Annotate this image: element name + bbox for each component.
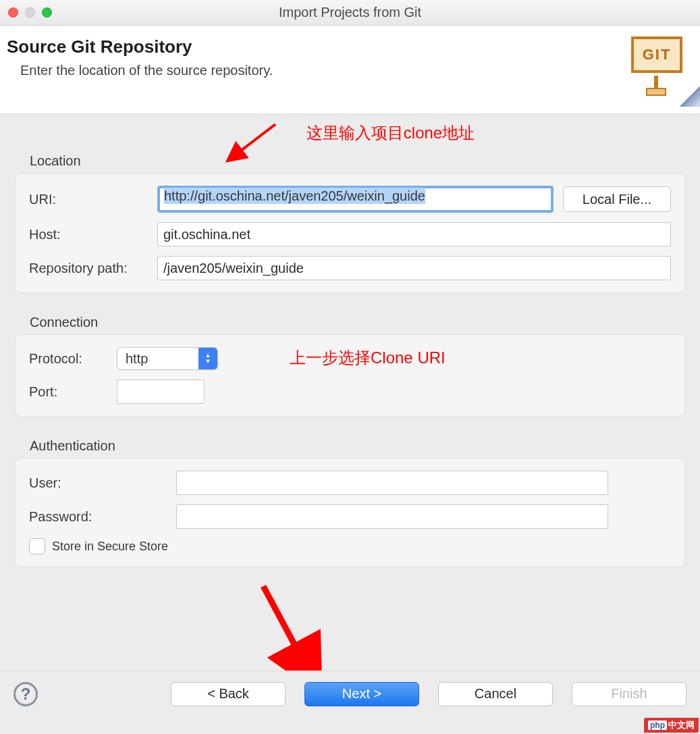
- local-file-button[interactable]: Local File...: [563, 186, 671, 212]
- connection-section-label: Connection: [15, 308, 685, 334]
- help-icon[interactable]: ?: [14, 682, 38, 706]
- next-button[interactable]: Next >: [304, 682, 419, 706]
- svg-line-1: [263, 586, 314, 681]
- authentication-group: User: Password: Store in Secure Store: [15, 458, 685, 567]
- wizard-content: 这里输入项目clone地址 Location 💡 URI: http://git…: [0, 114, 700, 567]
- wizard-footer: ? < Back Next > Cancel Finish: [0, 671, 700, 716]
- finish-button: Finish: [572, 682, 686, 706]
- page-title: Source Git Repository: [7, 36, 273, 57]
- user-label: User:: [29, 475, 97, 491]
- page-subtitle: Enter the location of the source reposit…: [7, 63, 273, 78]
- host-label: Host:: [29, 227, 151, 242]
- port-input[interactable]: [117, 379, 205, 404]
- user-input[interactable]: [176, 471, 608, 495]
- uri-input[interactable]: http://git.oschina.net/javen205/weixin_g…: [157, 186, 554, 213]
- location-section-label: Location: [15, 147, 685, 173]
- protocol-label: Protocol:: [29, 351, 110, 367]
- repo-path-label: Repository path:: [29, 261, 151, 276]
- host-input[interactable]: [157, 222, 671, 246]
- password-label: Password:: [29, 509, 97, 525]
- annotation-clone-url: 这里输入项目clone地址: [15, 114, 685, 147]
- titlebar: Import Projects from Git: [0, 0, 700, 26]
- watermark: php中文网: [644, 718, 699, 733]
- repo-path-input[interactable]: [157, 256, 671, 280]
- window-title: Import Projects from Git: [0, 5, 700, 20]
- corner-fold-icon: [680, 86, 700, 107]
- annotation-clone-uri: 上一步选择Clone URI: [290, 347, 446, 369]
- authentication-section-label: Authentication: [15, 431, 685, 458]
- chevron-up-down-icon: ▲▼: [198, 348, 217, 369]
- password-input[interactable]: [176, 504, 608, 529]
- port-label: Port:: [29, 384, 110, 400]
- cancel-button[interactable]: Cancel: [438, 682, 553, 706]
- back-button[interactable]: < Back: [171, 682, 286, 706]
- uri-label: URI:: [29, 192, 151, 207]
- wizard-header: Source Git Repository Enter the location…: [0, 26, 700, 114]
- protocol-select[interactable]: http ▲▼: [117, 347, 218, 370]
- store-secure-label: Store in Secure Store: [52, 540, 168, 554]
- store-secure-checkbox[interactable]: [29, 538, 45, 554]
- location-group: 💡 URI: http://git.oschina.net/javen205/w…: [15, 173, 685, 293]
- connection-group: 上一步选择Clone URI Protocol: http ▲▼ Port:: [15, 334, 685, 417]
